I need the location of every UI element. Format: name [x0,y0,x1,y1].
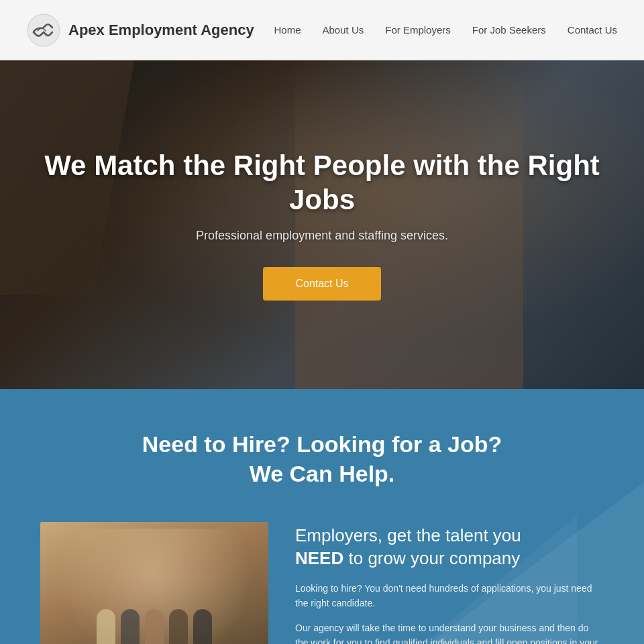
nav-item-jobseekers[interactable]: For Job Seekers [472,24,546,36]
figure-2 [121,609,140,644]
nav-link-contact[interactable]: Contact Us [568,24,617,36]
svg-point-0 [28,14,60,46]
nav-item-about[interactable]: About Us [323,24,364,36]
hero-content: We Match the Right People with the Right… [0,149,644,301]
employer-para-2: Our agency will take the time to underst… [295,621,604,644]
handshake-icon [27,13,60,47]
nav-link-about[interactable]: About Us [323,24,364,36]
hero-title: We Match the Right People with the Right… [27,149,617,217]
team-photo [40,522,268,644]
employer-heading: Employers, get the talent you NEED to gr… [295,525,604,570]
nav-item-home[interactable]: Home [274,24,301,36]
figure-1 [97,609,115,644]
brand-name: Apex Employment Agency [68,21,254,39]
nav-link-employers[interactable]: For Employers [385,24,451,36]
hero-cta-button[interactable]: Contact Us [263,267,380,301]
hero-subtitle: Professional employment and staffing ser… [27,229,617,243]
nav-item-contact[interactable]: Contact Us [568,24,617,36]
nav-link-jobseekers[interactable]: For Job Seekers [472,24,546,36]
blue-section-body: Employers, get the talent you NEED to gr… [40,522,604,644]
blue-section: Need to Hire? Looking for a Job? We Can … [0,389,644,644]
brand: Apex Employment Agency [27,13,254,47]
figure-3 [145,609,164,644]
figure-5 [193,609,212,644]
employer-text-block: Employers, get the talent you NEED to gr… [295,522,604,644]
blue-section-title: Need to Hire? Looking for a Job? We Can … [40,429,604,488]
nav-link-home[interactable]: Home [274,24,301,36]
team-photo-bg [40,522,268,644]
employer-para-1: Looking to hire? You don't need hundreds… [295,581,604,611]
hero-section: We Match the Right People with the Right… [0,60,644,389]
nav-item-employers[interactable]: For Employers [385,24,451,36]
navbar: Apex Employment Agency Home About Us For… [0,0,644,60]
figure-4 [169,609,188,644]
nav-links: Home About Us For Employers For Job Seek… [274,24,618,36]
figure-group [40,609,268,644]
